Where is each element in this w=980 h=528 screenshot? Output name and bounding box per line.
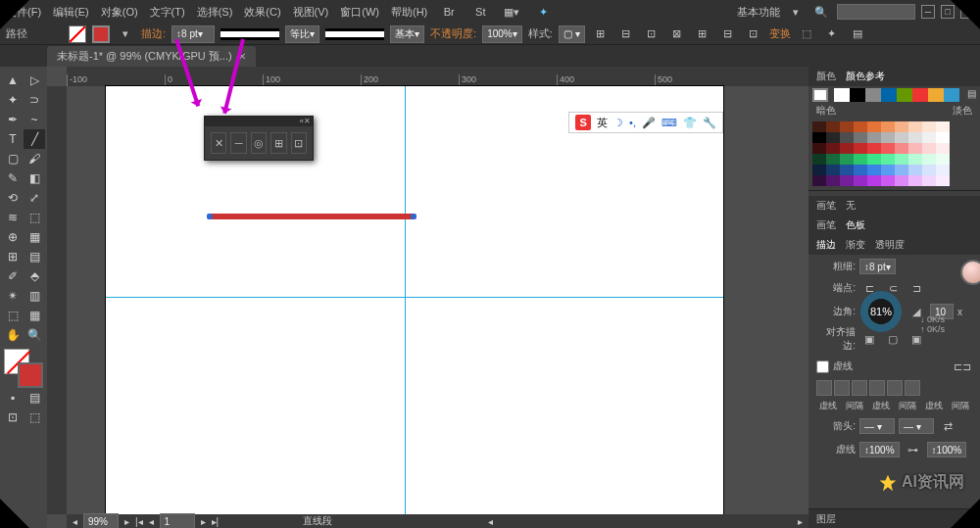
artboard-first-icon[interactable]: |◂ [135, 516, 143, 527]
width-tool[interactable]: ≋ [2, 208, 24, 227]
color-guide-grid[interactable] [808, 118, 980, 190]
ime-moon-icon[interactable]: ☽ [613, 117, 623, 129]
color-swatch[interactable] [840, 175, 854, 186]
pencil-tool[interactable]: ✎ [2, 168, 24, 188]
color-swatch[interactable] [826, 121, 840, 132]
ime-settings-icon[interactable]: 🔧 [703, 117, 716, 129]
color-swatch[interactable] [812, 175, 826, 186]
workspace-switcher[interactable]: 基本功能 [737, 5, 780, 20]
color-swatch[interactable] [895, 154, 908, 165]
profile1-dd[interactable]: 等比 ▾ [285, 25, 319, 43]
swap-arrows-icon[interactable]: ⇄ [938, 416, 957, 436]
color-swatch[interactable] [812, 154, 826, 165]
swatch-dd-icon[interactable]: ▾ [116, 24, 135, 44]
align-icon4[interactable]: ⊠ [667, 24, 687, 44]
tab-brush[interactable]: 画笔 [816, 199, 836, 213]
gap-field[interactable] [834, 380, 850, 396]
arrange-icon[interactable]: ▦▾ [502, 2, 521, 22]
transform-label[interactable]: 变换 [769, 26, 791, 41]
lasso-tool[interactable]: ⊃ [24, 90, 45, 110]
scroll-right-icon[interactable]: ▸ [798, 516, 803, 527]
color-swatch[interactable] [936, 175, 950, 186]
arrow-start-dd[interactable]: — ▾ [859, 418, 895, 434]
arrow-end-dd[interactable]: — ▾ [899, 418, 934, 434]
color-swatch[interactable] [854, 154, 867, 165]
rotate-tool[interactable]: ⟲ [2, 188, 24, 208]
color-swatch[interactable] [895, 143, 908, 154]
color-swatch[interactable] [908, 121, 922, 132]
menu-view[interactable]: 视图(V) [293, 5, 329, 20]
color-swatch[interactable] [912, 88, 928, 102]
color-swatch[interactable] [834, 88, 850, 102]
minimize-button[interactable]: ─ [921, 5, 935, 19]
color-swatch[interactable] [826, 132, 840, 143]
stroke-profile1[interactable] [220, 28, 279, 40]
tab-swatches[interactable]: 色板 [846, 218, 865, 232]
color-swatch[interactable] [922, 132, 936, 143]
zoom-tool[interactable]: 🔍 [24, 325, 45, 345]
color-swatch[interactable] [895, 121, 908, 132]
menu-edit[interactable]: 编辑(E) [53, 5, 89, 20]
ime-lang[interactable]: 英 [597, 116, 608, 130]
ime-mic-icon[interactable]: 🎤 [642, 117, 656, 129]
zoom-next-icon[interactable]: ▸ [124, 516, 129, 527]
color-swatch[interactable] [936, 165, 950, 175]
color-swatch[interactable] [922, 143, 936, 154]
color-swatch[interactable] [881, 121, 895, 132]
gpu-icon[interactable]: ✦ [533, 2, 553, 22]
color-swatch[interactable] [908, 143, 922, 154]
tab-stroke[interactable]: 描边 [816, 238, 836, 252]
color-swatch[interactable] [826, 143, 840, 154]
brush-line-icon[interactable]: ─ [230, 132, 246, 154]
align-inside-icon[interactable]: ▢ [883, 329, 903, 349]
color-swatch[interactable] [854, 132, 867, 143]
color-swatch[interactable] [922, 154, 936, 165]
gradient-mode-icon[interactable]: ▤ [24, 388, 45, 408]
stroke-label[interactable]: 描边: [141, 26, 166, 41]
stroke-swatch[interactable] [92, 25, 110, 43]
color-swatch[interactable] [854, 175, 867, 186]
color-swatch[interactable] [881, 143, 895, 154]
color-swatch[interactable] [840, 132, 854, 143]
fill-stroke-indicator[interactable] [4, 349, 43, 388]
wand-tool[interactable]: ✦ [2, 90, 24, 110]
free-transform-tool[interactable]: ⬚ [24, 208, 45, 227]
ime-skin-icon[interactable]: 👕 [683, 117, 697, 129]
link-icon[interactable]: ⊶ [904, 440, 923, 459]
color-swatch[interactable] [840, 154, 854, 165]
direct-select-tool[interactable]: ▷ [24, 71, 45, 90]
color-swatch[interactable] [944, 88, 959, 102]
guide-vertical[interactable] [405, 86, 406, 517]
chevron-down-icon[interactable]: ▾ [786, 2, 806, 22]
canvas-area[interactable]: -1000100200300400500 « ✕ ✕ ─ ◎ ⊞ ⊡ [47, 67, 808, 528]
menu-help[interactable]: 帮助(H) [391, 5, 427, 20]
ime-keyboard-icon[interactable]: ⌨ [662, 117, 677, 129]
color-swatch[interactable] [867, 132, 881, 143]
tab-transparency[interactable]: 透明度 [875, 238, 905, 252]
base-color-swatch[interactable] [812, 88, 828, 102]
guide-horizontal[interactable] [106, 297, 723, 298]
fill-swatch[interactable] [69, 25, 86, 43]
color-swatch[interactable] [826, 154, 840, 165]
tab-color-guide[interactable]: 颜色参考 [846, 70, 885, 83]
stroke-panel-floating[interactable]: « ✕ ✕ ─ ◎ ⊞ ⊡ [204, 116, 314, 161]
gap-field[interactable] [905, 380, 920, 396]
align-icon3[interactable]: ⊡ [642, 24, 662, 44]
color-swatch[interactable] [895, 132, 908, 143]
menu-text[interactable]: 文字(T) [150, 5, 185, 20]
color-swatch[interactable] [908, 154, 922, 165]
profile2-dd[interactable]: 基本 ▾ [390, 25, 424, 43]
tab-gradient[interactable]: 渐变 [846, 238, 865, 252]
color-swatch[interactable] [881, 154, 895, 165]
artboard-field[interactable]: 1 [160, 513, 195, 528]
color-swatch[interactable] [936, 154, 950, 165]
gap-field[interactable] [869, 380, 885, 396]
user-avatar[interactable] [960, 260, 980, 285]
cap-square-icon[interactable]: ⊐ [906, 278, 926, 298]
color-swatch[interactable] [812, 143, 826, 154]
eraser-tool[interactable]: ◧ [24, 168, 45, 188]
tab-layers[interactable]: 图层 [816, 512, 836, 526]
color-swatch[interactable] [812, 121, 826, 132]
align-icon6[interactable]: ⊟ [718, 24, 738, 44]
opacity-label[interactable]: 不透明度: [430, 26, 476, 41]
